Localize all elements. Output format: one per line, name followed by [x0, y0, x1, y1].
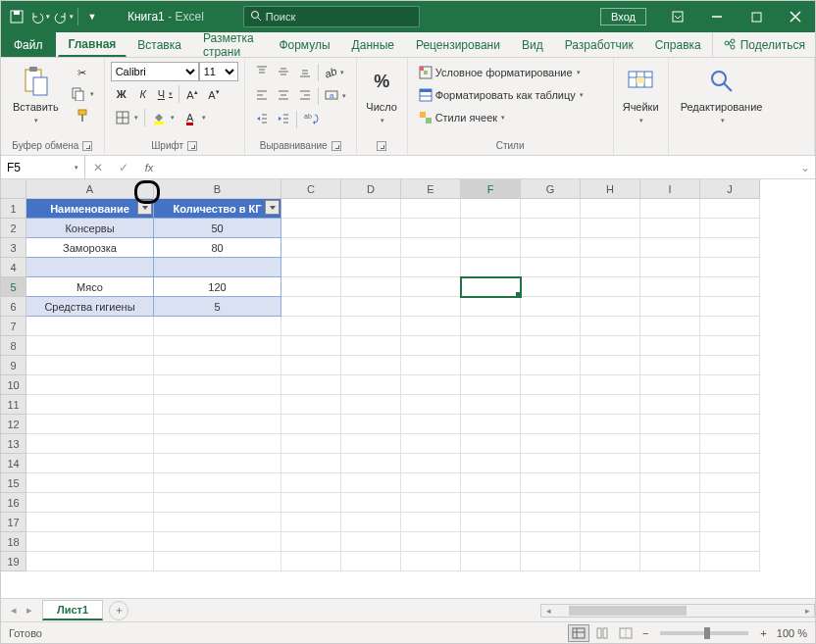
row-header-13[interactable]: 13 — [1, 434, 26, 454]
cell-F8[interactable] — [461, 336, 521, 356]
horizontal-scrollbar[interactable]: ◂▸ — [540, 604, 815, 618]
row-header-5[interactable]: 5 — [1, 277, 26, 297]
cell-H14[interactable] — [581, 454, 640, 473]
cell-H1[interactable] — [581, 199, 640, 219]
cell-E11[interactable] — [401, 395, 461, 415]
cell-E17[interactable] — [401, 513, 461, 532]
cell-I3[interactable] — [640, 238, 700, 258]
cell-C6[interactable] — [281, 297, 341, 317]
grid[interactable]: ABCDEFGHIJ1НаименованиеКоличество в КГ2К… — [1, 179, 760, 598]
cell-I8[interactable] — [640, 336, 700, 356]
cell-D10[interactable] — [341, 375, 401, 395]
cell-D12[interactable] — [341, 415, 401, 434]
cell-E10[interactable] — [401, 375, 461, 395]
cell-G9[interactable] — [521, 356, 581, 375]
cell-H7[interactable] — [581, 317, 640, 336]
cell-F6[interactable] — [461, 297, 521, 317]
cell-C13[interactable] — [281, 434, 341, 454]
tab-file[interactable]: Файл — [1, 32, 56, 57]
ribbon-options-button[interactable] — [658, 1, 697, 32]
cell-G15[interactable] — [521, 473, 581, 493]
cell-G1[interactable] — [521, 199, 581, 219]
cell-G16[interactable] — [521, 493, 581, 513]
cell-H19[interactable] — [581, 552, 640, 571]
cell-C4[interactable] — [281, 258, 341, 277]
align-top-button[interactable] — [251, 62, 273, 83]
column-header-C[interactable]: C — [281, 179, 341, 199]
cell-A5[interactable]: Мясо — [26, 277, 154, 297]
cells-button[interactable]: Ячейки ▾ — [620, 62, 662, 128]
cell-C19[interactable] — [281, 552, 341, 571]
cell-A7[interactable] — [26, 317, 154, 336]
page-layout-view-button[interactable] — [591, 624, 613, 642]
cell-A17[interactable] — [26, 513, 154, 532]
cell-J7[interactable] — [700, 317, 760, 336]
row-header-15[interactable]: 15 — [1, 473, 26, 493]
cell-A8[interactable] — [26, 336, 154, 356]
cell-D4[interactable] — [341, 258, 401, 277]
cell-E14[interactable] — [401, 454, 461, 473]
cell-C18[interactable] — [281, 532, 341, 552]
cell-D2[interactable] — [341, 219, 401, 238]
close-button[interactable] — [776, 1, 815, 32]
row-header-19[interactable]: 19 — [1, 552, 26, 571]
tab-help[interactable]: Справка — [644, 32, 712, 57]
tab-data[interactable]: Данные — [341, 32, 405, 57]
cell-I5[interactable] — [640, 277, 700, 297]
cell-I2[interactable] — [640, 219, 700, 238]
alignment-launcher[interactable] — [332, 141, 341, 151]
cell-J2[interactable] — [700, 219, 760, 238]
tab-developer[interactable]: Разработчик — [554, 32, 644, 57]
cell-A9[interactable] — [26, 356, 154, 375]
orientation-button[interactable]: ab▾ — [321, 62, 348, 83]
cell-H13[interactable] — [581, 434, 640, 454]
cell-A2[interactable]: Консервы — [26, 219, 154, 238]
cell-B1[interactable]: Количество в КГ — [154, 199, 281, 219]
align-middle-button[interactable] — [273, 62, 294, 83]
column-header-E[interactable]: E — [401, 179, 461, 199]
column-header-A[interactable]: A — [26, 179, 154, 199]
cell-J8[interactable] — [700, 336, 760, 356]
cell-H9[interactable] — [581, 356, 640, 375]
bold-button[interactable]: Ж — [111, 83, 132, 105]
expand-formula-bar[interactable]: ⌄ — [795, 161, 815, 174]
row-header-12[interactable]: 12 — [1, 415, 26, 434]
search-input[interactable] — [266, 11, 413, 23]
cell-H15[interactable] — [581, 473, 640, 493]
cell-H6[interactable] — [581, 297, 640, 317]
cell-G6[interactable] — [521, 297, 581, 317]
cell-I9[interactable] — [640, 356, 700, 375]
cell-E12[interactable] — [401, 415, 461, 434]
cell-G5[interactable] — [521, 277, 581, 297]
cell-B15[interactable] — [154, 473, 281, 493]
cell-C15[interactable] — [281, 473, 341, 493]
number-launcher[interactable] — [377, 141, 386, 151]
cell-B17[interactable] — [154, 513, 281, 532]
cell-B18[interactable] — [154, 532, 281, 552]
column-header-G[interactable]: G — [521, 179, 581, 199]
underline-button[interactable]: Ч▾ — [154, 83, 177, 105]
cell-I17[interactable] — [640, 513, 700, 532]
font-size-select[interactable]: 11 — [199, 62, 238, 81]
zoom-slider[interactable] — [660, 631, 748, 635]
cut-button[interactable]: ✂ — [67, 62, 98, 83]
cell-D11[interactable] — [341, 395, 401, 415]
cell-E5[interactable] — [401, 277, 461, 297]
number-format-button[interactable]: % Число ▾ — [363, 62, 401, 128]
filter-button-col-B[interactable] — [265, 200, 280, 215]
cell-H4[interactable] — [581, 258, 640, 277]
cell-A15[interactable] — [26, 473, 154, 493]
cell-styles-button[interactable]: Стили ячеек▾ — [414, 107, 607, 128]
cell-D14[interactable] — [341, 454, 401, 473]
borders-button[interactable]: ▾ — [111, 107, 142, 128]
cell-E2[interactable] — [401, 219, 461, 238]
cell-I16[interactable] — [640, 493, 700, 513]
editing-button[interactable]: Редактирование ▾ — [675, 62, 769, 128]
cell-J5[interactable] — [700, 277, 760, 297]
cell-I10[interactable] — [640, 375, 700, 395]
cell-J11[interactable] — [700, 395, 760, 415]
cell-E4[interactable] — [401, 258, 461, 277]
cell-F17[interactable] — [461, 513, 521, 532]
shrink-font-button[interactable]: A▾ — [203, 83, 225, 105]
cell-E9[interactable] — [401, 356, 461, 375]
